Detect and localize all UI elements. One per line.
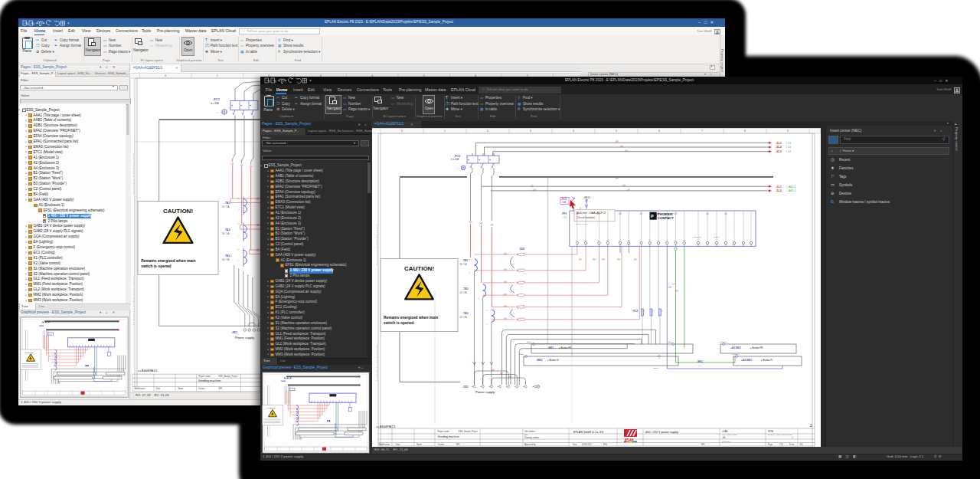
- svg-text:of this document, for utilizat: of this document, for utilization and co…: [376, 344, 378, 381]
- svg-text:Protected by copyright. Passin: Protected by copyright. Passing on as we…: [132, 153, 134, 195]
- svg-text:EPL: EPL: [456, 443, 460, 446]
- svg-text:Power supply: Power supply: [235, 335, 255, 339]
- svg-text:Name: Name: [178, 387, 183, 390]
- svg-text:·: ·: [251, 163, 252, 165]
- svg-text:EPL: EPL: [701, 443, 705, 446]
- svg-text:Drawing number:: Drawing number:: [524, 436, 540, 439]
- svg-text:-2L2: -2L2: [776, 146, 782, 149]
- svg-text:Q1: Q1: [585, 239, 588, 241]
- svg-text:1: 1: [444, 130, 446, 133]
- svg-text:WE2.2: WE2.2: [653, 367, 658, 369]
- svg-text:I▶: I▶: [479, 159, 481, 161]
- svg-text:NFPA: NFPA: [768, 430, 773, 433]
- svg-text:+A2-WE1.1: +A2-WE1.1: [718, 341, 727, 343]
- svg-text:·: ·: [259, 195, 260, 197]
- svg-text:Enclosure 1: Enclosure 1: [722, 441, 732, 442]
- svg-text:·: ·: [482, 221, 482, 222]
- svg-text:....: ....: [285, 440, 287, 441]
- svg-text:Electrical engineering schemat: Electrical engineering schematic: [768, 434, 792, 435]
- svg-text:Protected by copyright. Passin: Protected by copyright. Passing on as we…: [376, 224, 377, 266]
- svg-text:From: From: [789, 443, 794, 446]
- svg-text:K: K: [469, 272, 471, 274]
- svg-text:Q4: Q4: [648, 239, 652, 241]
- svg-text:I▶: I▶: [489, 159, 492, 161]
- svg-text:OUTPUT: OUTPUT: [694, 236, 701, 238]
- svg-text:L: L: [486, 309, 488, 310]
- svg-text:≡ Busbar PE: ≡ Busbar PE: [750, 346, 763, 349]
- svg-text:-FC1: -FC1: [213, 97, 220, 101]
- svg-text:Q2: Q2: [606, 239, 609, 241]
- svg-text:-WE1: -WE1: [547, 346, 554, 349]
- svg-text:EGL: EGL: [524, 434, 528, 436]
- svg-text:1: 1: [217, 74, 218, 77]
- svg-text:160: 160: [799, 443, 803, 446]
- svg-text:·: ·: [506, 316, 507, 317]
- svg-text:56 / 5 A: 56 / 5 A: [222, 205, 230, 208]
- svg-text:·: ·: [493, 367, 494, 369]
- svg-text:-XD5: -XD5: [519, 248, 525, 251]
- svg-text:-TA1: -TA1: [462, 259, 468, 262]
- svg-text:≡ Busbar N: ≡ Busbar N: [761, 359, 773, 362]
- svg-text:Remains energized when main: Remains energized when main: [384, 316, 438, 320]
- svg-text:2: 2: [487, 130, 488, 133]
- svg-text:7: 7: [701, 130, 703, 133]
- svg-text:switch is opened: switch is opened: [141, 264, 171, 267]
- svg-text:+KE3.4: +KE3.4: [583, 196, 590, 199]
- svg-text:Grinding machine: Grinding machine: [198, 379, 221, 382]
- svg-text:switch is opened: switch is opened: [384, 321, 413, 325]
- svg-text:2: 2: [810, 424, 812, 428]
- svg-text:·: ·: [506, 303, 507, 305]
- svg-text:/ 1.6: / 1.6: [786, 142, 791, 145]
- svg-text:Creator: Creator: [438, 443, 445, 446]
- svg-text:T-: T-: [217, 112, 218, 114]
- svg-text:=GAA: =GAA: [722, 430, 727, 433]
- svg-text:·: ·: [492, 222, 493, 224]
- svg-text:·: ·: [636, 257, 637, 258]
- svg-text:Q3: Q3: [628, 239, 631, 241]
- svg-text:WE1.1: WE1.1: [527, 341, 532, 343]
- svg-text:Grinding machine: Grinding machine: [438, 435, 459, 438]
- svg-text:K: K: [238, 259, 240, 261]
- svg-text:▶▶: ▶▶: [327, 419, 331, 422]
- svg-text:EPL: EPL: [219, 387, 223, 390]
- svg-text:·: ·: [604, 257, 605, 258]
- svg-text:·: ·: [506, 279, 507, 281]
- svg-text:Modification: Modification: [135, 387, 145, 390]
- svg-text:+A2-WE1: +A2-WE1: [730, 346, 741, 349]
- svg-text:3: 3: [662, 310, 663, 311]
- svg-text:1: 1: [644, 310, 645, 311]
- svg-text:-2L3: -2L3: [776, 150, 782, 153]
- svg-text:-1L2: -1L2: [776, 189, 782, 192]
- svg-text:9: 9: [787, 130, 789, 133]
- svg-text:24A: 24A: [699, 365, 703, 367]
- svg-text:L: L: [478, 284, 479, 285]
- svg-text:·: ·: [629, 187, 630, 189]
- svg-text:≡ Busbar PE: ≡ Busbar PE: [559, 346, 571, 349]
- svg-text:I▶: I▶: [240, 104, 243, 107]
- svg-text:·: ·: [242, 162, 243, 163]
- svg-text:+A1: +A1: [722, 436, 726, 439]
- svg-text:16A: 16A: [562, 201, 566, 204]
- svg-text:K: K: [478, 297, 479, 299]
- svg-text:1: 1: [792, 436, 793, 439]
- svg-text:56 / 5 A: 56 / 5 A: [222, 231, 230, 235]
- svg-text:·: ·: [233, 160, 234, 162]
- svg-text:PE: PE: [683, 239, 685, 241]
- svg-text:·: ·: [627, 148, 628, 149]
- svg-text:-TA1: -TA1: [224, 202, 230, 205]
- svg-text:·: ·: [471, 219, 472, 221]
- svg-text:·: ·: [533, 183, 534, 185]
- svg-text:-TA2: -TA2: [224, 228, 230, 231]
- svg-text:56 / 5 A: 56 / 5 A: [222, 258, 230, 261]
- svg-text:-WE2: -WE2: [536, 359, 543, 362]
- svg-text:Date: Date: [396, 443, 400, 446]
- svg-text:-PF1: -PF1: [561, 212, 567, 215]
- svg-text:·: ·: [506, 291, 507, 293]
- svg-text:EPLAN: EPLAN: [625, 438, 634, 441]
- svg-text:·: ·: [595, 257, 596, 258]
- svg-text:1: 1: [524, 252, 525, 254]
- svg-text:-PC2: -PC2: [632, 310, 639, 313]
- svg-text:·: ·: [619, 257, 620, 258]
- svg-text:8: 8: [744, 130, 746, 133]
- svg-text:Project name: Project name: [199, 374, 211, 377]
